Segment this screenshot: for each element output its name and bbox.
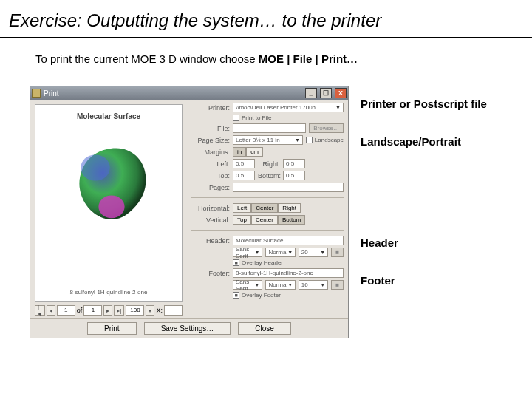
printer-value: \\moc\Dell Laser Printer 1700n [236, 104, 316, 111]
nav-page-field[interactable]: 1 [57, 305, 75, 316]
vert-label: Vertical: [191, 216, 230, 224]
nav-of-label: of [77, 307, 83, 314]
footer-field[interactable]: 8-sulfonyl-1H-quindline-2-one [233, 268, 344, 278]
title-bar: Print _ ☐ X [30, 86, 348, 100]
header-style-select[interactable]: Normal▼ [265, 248, 295, 257]
landscape-checkbox[interactable]: Landscape [306, 137, 344, 143]
chevron-down-icon: ▼ [320, 282, 325, 287]
file-field[interactable] [233, 123, 306, 133]
unit-in[interactable]: in [233, 147, 246, 157]
checkbox-icon: ■ [233, 292, 239, 299]
horiz-right[interactable]: Right [278, 203, 301, 213]
margins-label: Margins: [191, 149, 230, 156]
right-label: Right: [258, 160, 280, 168]
nav-first-button[interactable]: |◂ [35, 305, 45, 316]
footer-style-select[interactable]: Normal▼ [265, 280, 295, 290]
bottom-label: Bottom: [258, 172, 280, 180]
footer-style-value: Normal [268, 282, 287, 288]
footer-font-value: Sans Serif [236, 279, 254, 292]
margins-unit-toggle[interactable]: in cm [233, 147, 263, 157]
intro-prefix: To print the current MOE 3 D window choo… [35, 52, 259, 65]
close-dialog-button[interactable]: Close [238, 322, 291, 335]
page-size-value: Letter 8½ x 11 in [236, 137, 280, 143]
top-field[interactable]: 0.5 [233, 171, 255, 180]
right-field[interactable]: 0.5 [283, 159, 305, 168]
nav-zoom-dd[interactable]: ▾ [146, 305, 154, 316]
app-icon [32, 89, 41, 98]
nav-last-button[interactable]: ▸| [114, 305, 124, 316]
annotations: Printer or Postscript file Landscape/Por… [361, 86, 487, 338]
nav-next-button[interactable]: ▸ [103, 305, 112, 316]
overlay-footer-checkbox[interactable]: ■Overlay Footer [233, 292, 281, 299]
chevron-down-icon: ▼ [254, 282, 259, 287]
svg-point-1 [81, 154, 110, 180]
header-size-select[interactable]: 20▼ [299, 248, 328, 257]
preview-page: Molecular Surface [35, 104, 183, 302]
header-color-button[interactable]: ■ [331, 248, 344, 257]
preview-footer: 8-sulfonyl-1H-quindline-2-one [35, 289, 182, 296]
nav-zoom-field[interactable]: 100 [126, 305, 144, 316]
header-style-value: Normal [268, 249, 287, 256]
bottom-bar: Print Save Settings… Close [30, 318, 348, 338]
nav-x-label: X: [156, 307, 163, 314]
unit-cm[interactable]: cm [246, 147, 263, 157]
header-size-value: 20 [301, 249, 308, 256]
horiz-left[interactable]: Left [233, 203, 251, 213]
intro-text: To print the current MOE 3 D window choo… [0, 38, 532, 65]
nav-prev-button[interactable]: ◂ [47, 305, 55, 316]
nav-total-field: 1 [83, 305, 102, 316]
annot-orient: Landscape/Portrait [361, 135, 487, 148]
print-to-file-checkbox[interactable]: Print to File [233, 115, 271, 121]
minimize-button[interactable]: _ [305, 88, 317, 98]
top-label: Top: [191, 172, 230, 180]
left-label: Left: [191, 160, 230, 168]
landscape-label: Landscape [315, 137, 344, 143]
intro-bold: MOE | File | Print… [259, 52, 358, 65]
footer-label: Footer: [191, 270, 230, 277]
printer-select[interactable]: \\moc\Dell Laser Printer 1700n▼ [233, 103, 344, 112]
molecular-surface-image [71, 143, 152, 225]
vert-bottom[interactable]: Bottom [278, 215, 305, 225]
page-size-select[interactable]: Letter 8½ x 11 in▼ [233, 135, 303, 145]
printer-label: Printer: [191, 104, 230, 112]
chevron-down-icon: ▼ [254, 250, 259, 255]
footer-color-button[interactable]: ■ [331, 280, 344, 290]
horiz-center[interactable]: Center [251, 203, 278, 213]
form-pane: Printer: \\moc\Dell Laser Printer 1700n▼… [187, 100, 348, 318]
save-settings-button[interactable]: Save Settings… [144, 322, 231, 335]
footer-font-select[interactable]: Sans Serif▼ [233, 280, 262, 290]
vert-top[interactable]: Top [233, 215, 251, 225]
browse-button[interactable]: Browse… [309, 123, 344, 133]
page-size-label: Page Size: [191, 137, 230, 144]
overlay-header-label: Overlay Header [242, 259, 283, 266]
print-dialog: Print _ ☐ X Molecular Surface [30, 86, 349, 338]
chevron-down-icon: ▼ [320, 250, 325, 255]
divider [191, 197, 344, 198]
chevron-down-icon: ▼ [295, 137, 300, 143]
vert-center[interactable]: Center [251, 215, 278, 225]
bottom-field[interactable]: 0.5 [283, 171, 305, 180]
maximize-button[interactable]: ☐ [320, 88, 332, 98]
preview-pane: Molecular Surface [30, 100, 187, 318]
checkbox-icon [306, 137, 313, 143]
pages-label: Pages: [191, 184, 230, 191]
footer-size-value: 16 [301, 282, 308, 288]
vert-align-toggle[interactable]: Top Center Bottom [233, 215, 305, 225]
svg-point-0 [98, 195, 124, 218]
header-font-select[interactable]: Sans Serif▼ [233, 248, 262, 257]
chevron-down-icon: ▼ [335, 105, 341, 110]
divider [191, 230, 344, 231]
nav-x-field[interactable] [164, 305, 183, 316]
left-field[interactable]: 0.5 [233, 159, 255, 168]
footer-size-select[interactable]: 16▼ [299, 280, 328, 290]
horiz-align-toggle[interactable]: Left Center Right [233, 203, 301, 213]
slide-title: Exercise: Outputting the system… to the … [0, 0, 532, 38]
close-button[interactable]: X [335, 88, 347, 98]
header-field[interactable]: Molecular Surface [233, 236, 344, 245]
annot-header: Header [361, 236, 487, 249]
pages-field[interactable] [233, 183, 344, 192]
print-button[interactable]: Print [87, 322, 137, 335]
annot-printer: Printer or Postscript file [361, 98, 487, 110]
overlay-header-checkbox[interactable]: ■Overlay Header [233, 259, 283, 266]
header-font-value: Sans Serif [236, 246, 254, 259]
